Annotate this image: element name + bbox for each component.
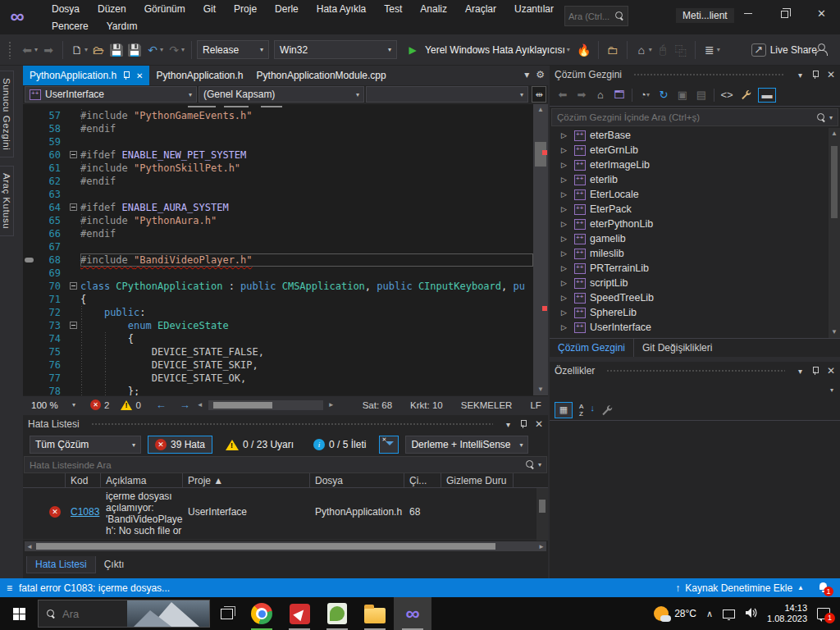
expand-arrow-icon[interactable]: ▷ [561, 220, 574, 228]
column-header-kod[interactable]: Kod [66, 473, 101, 487]
quick-search-input[interactable] [568, 11, 615, 21]
fold-margin[interactable] [69, 162, 80, 175]
editor-margin[interactable] [23, 332, 36, 345]
fold-margin[interactable] [69, 345, 80, 358]
solution-home-icon[interactable]: ⌂ [632, 41, 651, 59]
undo-dropdown-icon[interactable]: ▾ [160, 46, 163, 53]
search-highlight-image[interactable] [127, 600, 209, 627]
menu-test[interactable]: Test [375, 0, 411, 17]
menu-dosya[interactable]: Dosya [43, 0, 89, 17]
expand-arrow-icon[interactable]: ▷ [561, 146, 574, 154]
code-line[interactable]: 63 [23, 188, 533, 201]
categorized-icon[interactable]: ▦ [555, 402, 573, 418]
feedback-person-icon[interactable] [815, 43, 829, 56]
editor-margin[interactable] [23, 240, 36, 253]
error-list-search-input[interactable] [30, 460, 526, 470]
expand-arrow-icon[interactable]: ▷ [561, 249, 574, 258]
tree-item-speedtreelib[interactable]: ▷SpeedTreeLib [550, 290, 840, 305]
new-file-dropdown-icon[interactable]: ▾ [84, 46, 88, 53]
refresh-icon[interactable]: ↻ [657, 88, 670, 103]
minimize-button[interactable] [729, 0, 766, 26]
code-line[interactable]: 73 enum EDeviceState [23, 319, 533, 332]
code-line[interactable]: 70class CPythonApplication : public CMSA… [23, 280, 533, 293]
fold-margin[interactable] [69, 188, 80, 201]
code-line[interactable]: 59 [23, 135, 533, 148]
tree-item-eterlib[interactable]: ▷eterlib [550, 172, 840, 187]
warnings-filter-button[interactable]: 0 / 23 Uyarı [219, 436, 300, 454]
panel-tab-çıktı[interactable]: Çıktı [96, 556, 133, 573]
editor-margin[interactable] [23, 385, 36, 395]
editor-margin[interactable] [23, 227, 36, 240]
line-list-icon[interactable]: ≣ [701, 41, 719, 59]
scroll-down-icon[interactable]: ▼ [533, 384, 548, 395]
hot-reload-icon[interactable]: 🔥 [575, 41, 593, 59]
editor-margin[interactable] [23, 372, 36, 385]
solution-explorer-search-input[interactable] [557, 112, 817, 122]
collapse-region-icon[interactable] [70, 203, 77, 211]
split-editor-handle[interactable]: ⇹ [532, 86, 546, 103]
line-indicator[interactable]: Sat: 68 [363, 400, 392, 410]
editor-margin[interactable] [23, 345, 36, 358]
editor-margin[interactable] [23, 306, 36, 319]
menu-düzen[interactable]: Düzen [89, 0, 135, 17]
tree-item-eterpack[interactable]: ▷EterPack [550, 202, 840, 217]
scroll-up-icon[interactable]: ▲ [829, 128, 840, 139]
menu-araçlar[interactable]: Araçlar [456, 0, 505, 17]
fold-margin[interactable] [69, 175, 80, 188]
eol-indicator[interactable]: LF [530, 400, 541, 410]
expand-arrow-icon[interactable]: ▷ [561, 161, 574, 169]
save-icon[interactable]: 💾 [107, 41, 126, 59]
pin-icon[interactable] [123, 71, 130, 80]
start-debug-button[interactable]: ▶ Yerel Windows Hata Ayıklayıcısı ▾ [404, 41, 572, 59]
error-count-icon[interactable]: ✕ [90, 399, 101, 410]
fold-margin[interactable] [69, 122, 80, 135]
hscroll-left-icon[interactable]: ◄ [197, 401, 203, 409]
zoom-dropdown[interactable]: 100 %▾ [28, 398, 79, 413]
expand-arrow-icon[interactable]: ▷ [561, 308, 574, 317]
document-tab[interactable]: PythonApplicationModule.cpp [250, 66, 393, 85]
code-line[interactable]: 66#endif [23, 227, 533, 240]
menu-pencere[interactable]: Pencere [43, 17, 98, 34]
hscroll-right-icon[interactable]: ► [328, 401, 335, 409]
editor-margin[interactable] [23, 358, 36, 372]
code-line[interactable]: 61#include "PythonSkillPet.h" [23, 162, 533, 175]
column-header-i[interactable]: Çi... [404, 473, 441, 487]
tree-vscrollbar[interactable]: ▲ ▼ [829, 128, 840, 338]
home-icon[interactable]: ⌂ [594, 88, 607, 103]
expand-arrow-icon[interactable]: ▷ [561, 279, 574, 287]
view-code-icon[interactable]: <> [720, 88, 733, 103]
errors-filter-button[interactable]: ✕ 39 Hata [148, 436, 212, 454]
tree-item-gamelib[interactable]: ▷gamelib [550, 231, 840, 246]
find-in-files-icon[interactable]: 🗀 [604, 41, 622, 59]
window-position-dropdown-icon[interactable]: ▾ [506, 420, 510, 429]
fold-margin[interactable] [69, 267, 80, 280]
menu-analiz[interactable]: Analiz [411, 0, 456, 17]
editor-margin[interactable] [23, 122, 36, 135]
fold-margin[interactable] [69, 372, 80, 385]
editor-margin[interactable] [23, 148, 36, 162]
editor-margin[interactable] [23, 188, 36, 201]
display-icon[interactable] [723, 609, 735, 619]
collapse-region-icon[interactable] [70, 151, 77, 158]
code-line[interactable]: 72 public: [23, 306, 533, 319]
copy-icon[interactable]: ⿻ [672, 41, 690, 59]
redo-icon[interactable]: ↷ [165, 41, 183, 59]
tree-item-userinterface[interactable]: ▷UserInterface [550, 320, 840, 335]
source-control-dropdown-icon[interactable]: ▲ [797, 584, 804, 591]
code-line[interactable]: 65#include "PythonAura.h" [23, 214, 533, 227]
expand-arrow-icon[interactable]: ▷ [561, 235, 574, 243]
navigate-forward-icon[interactable]: → [180, 399, 190, 411]
code-line[interactable]: 76 DEVICE_STATE_SKIP, [23, 358, 533, 372]
editor-margin[interactable] [23, 280, 36, 293]
fold-margin[interactable] [69, 214, 80, 227]
tree-item-scriptlib[interactable]: ▷scriptLib [550, 276, 840, 290]
alphabetical-sort-icon[interactable]: AZ↓ [579, 403, 594, 418]
close-tab-icon[interactable]: ✕ [136, 71, 143, 80]
expand-arrow-icon[interactable]: ▷ [561, 176, 574, 184]
fold-margin[interactable] [69, 240, 80, 253]
expand-arrow-icon[interactable]: ▷ [561, 294, 574, 302]
clock[interactable]: 14:13 1.08.2023 [767, 603, 807, 624]
column-header-gizlemeduru[interactable]: Gizleme Duru [441, 473, 514, 487]
editor-margin[interactable] [23, 319, 36, 332]
error-code-link[interactable]: C1083 [71, 506, 99, 518]
